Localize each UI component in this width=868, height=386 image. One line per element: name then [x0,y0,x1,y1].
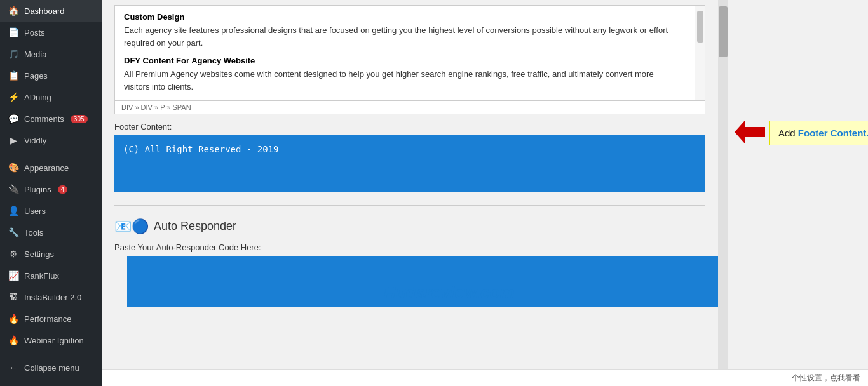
main-scrollbar[interactable] [718,0,728,369]
sidebar-divider-2 [0,354,102,354]
para-dfy-content: All Premium Agency websites come with co… [124,68,687,93]
collapse-icon: ← [8,362,19,373]
sidebar-item-appearance[interactable]: 🎨 Appearance [0,157,102,178]
sidebar-item-pages[interactable]: 📋 Pages [0,65,102,86]
sidebar-item-users[interactable]: 👤 Users [0,200,102,222]
posts-icon: 📄 [8,27,19,38]
arrow-svg [735,121,765,143]
instabuilder-icon: 🏗 [8,291,19,303]
sidebar-item-media[interactable]: 🎵 Media [0,43,102,65]
sidebar-label-performance: Performance [24,314,71,324]
sidebar-label-appearance: Appearance [24,163,69,173]
content-scroll[interactable]: Custom Design Each agency site features … [102,0,718,369]
sidebar-label-posts: Posts [24,28,45,37]
sidebar-label-rankflux: RankFlux [24,271,59,281]
sidebar-item-plugins[interactable]: 🔌 Plugins 4 [0,178,102,200]
auto-responder-textarea[interactable] [127,256,718,307]
svg-marker-0 [735,121,765,143]
tools-icon: 🔧 [8,227,19,238]
sidebar-item-comments[interactable]: 💬 Comments 305 [0,108,102,130]
viddly-icon: ▶ [8,135,19,146]
heading-custom-design: Custom Design [124,12,687,22]
sidebar: 🏠 Dashboard 📄 Posts 🎵 Media 📋 Pages ⚡ AD… [0,0,102,386]
sidebar-item-posts[interactable]: 📄 Posts [0,22,102,43]
callout-box: Add Footer Content. [769,121,868,145]
sidebar-label-instabuilder: InstaBuilder 2.0 [24,293,81,302]
sidebar-item-performance[interactable]: 🔥 Performance [0,308,102,329]
sidebar-label-pages: Pages [24,71,48,81]
sidebar-label-media: Media [24,50,46,59]
arrow-left-icon [735,121,765,145]
sidebar-item-instabuilder[interactable]: 🏗 InstaBuilder 2.0 [0,286,102,308]
sidebar-label-viddly: Viddly [24,136,46,145]
webinar-icon: 🔥 [8,335,19,346]
scrollbar-track[interactable] [695,6,705,100]
paste-code-label: Paste Your Auto-Responder Code Here: [114,243,705,252]
settings-icon: ⚙ [8,248,19,260]
sidebar-item-rankflux[interactable]: 📈 RankFlux [0,265,102,286]
callout-text-bold: Footer Content. [798,128,868,138]
sidebar-label-collapse: Collapse menu [24,363,79,373]
sidebar-item-adning[interactable]: ⚡ ADning [0,86,102,108]
plugins-icon: 🔌 [8,183,19,195]
bottom-bar: 个性设置，点我看看 [102,369,868,386]
sidebar-label-plugins: Plugins [24,185,51,194]
callout-container: Add Footer Content. [735,121,868,145]
callout-text-plain: Add [778,128,798,138]
sidebar-label-dashboard: Dashboard [24,6,65,16]
appearance-icon: 🎨 [8,162,19,173]
heading-dfy-content: DFY Content For Agency Website [124,56,687,65]
pages-icon: 📋 [8,70,19,81]
plugins-badge: 4 [58,185,68,194]
sidebar-label-comments: Comments [24,114,64,124]
sidebar-item-dashboard[interactable]: 🏠 Dashboard [0,0,102,22]
content-area: Custom Design Each agency site features … [102,0,868,369]
callout-area: Add Footer Content. [728,0,868,369]
bottom-bar-text: 个性设置，点我看看 [792,373,860,383]
breadcrumb: DIV » DIV » P » SPAN [114,101,705,114]
adning-icon: ⚡ [8,91,19,103]
sidebar-item-collapse[interactable]: ← Collapse menu [0,357,102,378]
comments-badge: 305 [71,115,88,123]
sidebar-divider [0,154,102,154]
sidebar-label-webinar: Webinar Ignition [24,336,84,345]
sidebar-label-settings: Settings [24,250,54,259]
section-divider [114,205,705,206]
media-icon: 🎵 [8,48,19,60]
footer-content-label: Footer Content: [114,122,705,131]
auto-responder-textarea-container: Hudareview.com [114,256,705,307]
auto-responder-icon: 📧🔵 [114,218,149,235]
comments-icon: 💬 [8,113,19,124]
main-area: Custom Design Each agency site features … [102,0,868,386]
para-custom-design: Each agency site features professional d… [124,24,687,50]
auto-responder-header: 📧🔵 Auto Responder [114,218,705,235]
sidebar-label-tools: Tools [24,228,43,237]
users-icon: 👤 [8,205,19,216]
main-scrollbar-thumb[interactable] [719,6,728,57]
editor-text-area: Custom Design Each agency site features … [114,5,705,101]
sidebar-label-adning: ADning [24,93,51,102]
sidebar-item-settings[interactable]: ⚙ Settings [0,243,102,265]
sidebar-item-tools[interactable]: 🔧 Tools [0,222,102,243]
auto-responder-title: Auto Responder [154,220,236,233]
performance-icon: 🔥 [8,313,19,324]
sidebar-item-viddly[interactable]: ▶ Viddly [0,130,102,151]
dashboard-icon: 🏠 [8,5,19,17]
footer-content-textarea[interactable] [114,135,705,192]
scrollbar-thumb[interactable] [697,11,703,43]
sidebar-label-users: Users [24,206,46,216]
sidebar-item-webinar[interactable]: 🔥 Webinar Ignition [0,329,102,351]
rankflux-icon: 📈 [8,270,19,281]
